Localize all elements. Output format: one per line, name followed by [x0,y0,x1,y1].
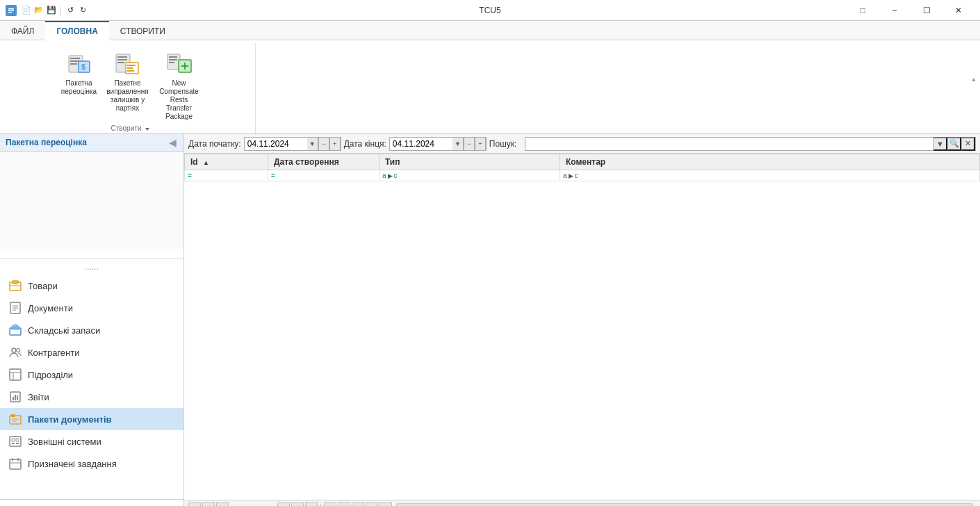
search-input[interactable] [525,138,933,150]
new-transfer-icon [165,49,193,77]
sidebar-label-inventory: Складські запаси [28,325,100,336]
sidebar-item-goods[interactable]: Товари [0,275,183,297]
content-area: Дата початку: ▼ − + Дата кінця: ▼ − + По… [184,134,980,506]
sidebar-item-reports[interactable]: Звіти [0,386,183,408]
sidebar-label-contractors: Контрагенти [28,348,79,358]
redo-btn[interactable]: ↻ [77,5,88,16]
nav-next-set-btn[interactable]: |▶ [291,503,304,507]
date-start-label: Дата початку: [188,139,241,149]
nav-scrollbar[interactable] [396,503,973,507]
title-bar: 📄 📂 💾 | ↺ ↻ TCU5 □ − ☐ ✕ [0,0,980,21]
nav-last-btn[interactable]: ▶▶ [305,503,318,507]
filter-comment-indicator2: с [575,172,578,179]
svg-rect-50 [16,439,19,441]
sidebar-dots: ...... [0,259,183,275]
svg-rect-41 [13,397,14,400]
toolbar-bar: Дата початку: ▼ − + Дата кінця: ▼ − + По… [184,134,980,154]
new-file-btn[interactable]: 📄 [21,5,32,16]
date-start-input[interactable] [245,138,307,150]
svg-rect-48 [10,436,21,446]
date-start-dropdown-btn[interactable]: ▼ [307,137,318,151]
svg-rect-11 [117,56,127,58]
nav-add-btn[interactable]: + [324,503,336,507]
tile-btn[interactable]: □ [847,0,879,21]
title-bar-controls: 📄 📂 💾 | ↺ ↻ [21,5,88,16]
nav-prev-btn[interactable]: ◀ [216,503,229,507]
date-start-dec-btn[interactable]: − [318,137,329,151]
date-end-input[interactable] [390,138,452,150]
ext-systems-icon [8,434,22,448]
svg-rect-53 [10,459,21,469]
sidebar-item-documents[interactable]: Документи [0,297,183,319]
nav-cancel-btn[interactable]: ✕ [366,503,378,507]
svg-rect-20 [169,59,177,60]
col-header-type[interactable]: Тип [379,154,560,170]
col-header-id[interactable]: Id ▲ [185,154,268,170]
filter-created-indicator: = [271,172,275,179]
sidebar-down-btn[interactable]: ▼ [87,503,97,506]
sidebar-item-scheduled-tasks[interactable]: Призначені завдання [0,452,183,475]
ribbon-section-create: $ Пакетна переоцінка [6,43,256,133]
batch-recalc-btn[interactable]: $ Пакетна переоцінка [57,46,101,98]
nav-refresh-btn[interactable]: ◁ [379,503,392,507]
sidebar-item-subdivisions[interactable]: Підрозділи [0,364,183,386]
close-btn[interactable]: ✕ [942,0,974,21]
date-start-inc-btn[interactable]: + [329,137,341,151]
svg-rect-15 [127,65,136,66]
nav-confirm-btn[interactable]: ✓ [352,503,364,507]
batch-manage-icon [114,49,142,77]
tab-file[interactable]: ФАЙЛ [0,21,45,40]
search-go-btn[interactable]: 🔍 [947,137,961,151]
nav-prev-set-btn[interactable]: ◀| [202,503,215,507]
sidebar-scroll: Товари Документи Складські запаси [0,275,183,499]
tab-main[interactable]: ГОЛОВНА [45,21,108,40]
nav-next-btn[interactable]: ▶ [277,503,290,507]
minimize-btn[interactable]: − [879,0,910,21]
search-clear-btn[interactable]: ✕ [961,137,975,151]
date-end-label: Дата кінця: [344,139,386,149]
nav-bar: ◀◀ ◀| ◀ Запис 0 з 3 0 ▶ |▶ ▶▶ + − ✓ ✕ ◁ [184,500,980,506]
date-end-inc-btn[interactable]: + [475,137,486,151]
batch-manage-btn[interactable]: Пакетне виправлення залишків у партіях [103,46,153,115]
col-created-label: Дата створення [274,157,339,167]
title-bar-left: 📄 📂 💾 | ↺ ↻ [6,5,88,16]
col-header-comment[interactable]: Коментар [560,154,980,170]
svg-rect-42 [15,395,16,400]
col-header-created[interactable]: Дата створення [268,154,379,170]
sidebar-collapse-btn[interactable]: ◀ [168,137,178,148]
undo-btn[interactable]: ↺ [65,5,76,16]
sidebar-label-subdivisions: Підрозділи [28,370,73,380]
new-transfer-label: New Compensate Rests Transfer Package [158,79,201,121]
sidebar-item-ext-systems[interactable]: Зовнішні системи [0,430,183,452]
svg-rect-43 [17,395,18,400]
svg-rect-17 [127,70,134,72]
section-expand-icon[interactable] [144,125,149,132]
tab-create[interactable]: СТВОРИТИ [109,21,177,40]
search-dropdown-btn[interactable]: ▼ [933,137,947,151]
ribbon-scroll-up[interactable]: ▲ [967,40,980,118]
sidebar-item-doc-packages[interactable]: Пакети документів [0,408,183,430]
nav-delete-btn[interactable]: − [338,503,350,507]
sidebar-item-contractors[interactable]: Контрагенти [0,341,183,364]
svg-rect-12 [117,59,127,60]
sidebar: Пакетна переоцінка ◀ ...... Товари Докум… [0,134,184,506]
date-end-dec-btn[interactable]: − [464,137,475,151]
svg-rect-51 [12,443,15,444]
sidebar-item-inventory[interactable]: Складські запаси [0,319,183,341]
sidebar-panel-top: Пакетна переоцінка ◀ [0,134,183,259]
svg-rect-7 [70,63,77,65]
nav-first-btn[interactable]: ◀◀ [188,503,201,507]
sidebar-label-scheduled-tasks: Призначені завдання [28,459,117,469]
new-transfer-btn[interactable]: New Compensate Rests Transfer Package [154,46,204,123]
filter-created-cell: = [268,170,379,181]
save-btn[interactable]: 💾 [46,5,57,16]
maximize-btn[interactable]: ☐ [910,0,942,21]
date-end-wrapper: ▼ − + [389,137,487,151]
ribbon-buttons: $ Пакетна переоцінка [57,44,204,123]
svg-rect-13 [117,62,124,63]
date-end-dropdown-btn[interactable]: ▼ [452,137,464,151]
filter-id-indicator: = [188,172,192,179]
sidebar-label-doc-packages: Пакети документів [28,414,112,425]
svg-text:$: $ [81,63,85,71]
open-btn[interactable]: 📂 [33,5,44,16]
